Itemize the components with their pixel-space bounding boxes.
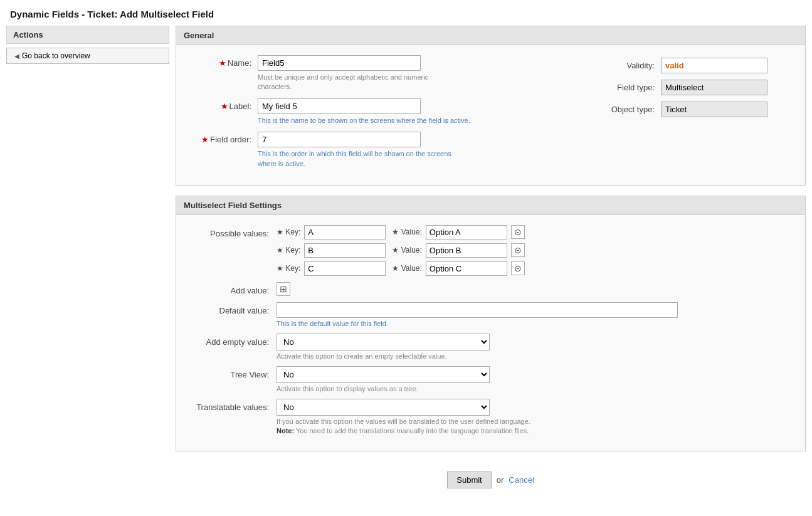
general-section: General ★Name: Must be unique and only a… [176,26,806,186]
main-content: General ★Name: Must be unique and only a… [176,26,812,495]
sidebar-section-title: Actions [6,26,169,44]
multiselect-section: Multiselect Field Settings Possible valu… [176,196,806,451]
validity-row: Validity: [604,58,793,73]
add-value-row: Add value: ⊞ [189,282,793,296]
default-value-hint: This is the default value for this field… [277,320,793,327]
translatable-values-label: Translatable values: [189,399,277,412]
pv-remove-button-c[interactable]: ⊝ [511,261,525,275]
translatable-note-1: If you activate this option the values w… [277,418,793,425]
cancel-link[interactable]: Cancel [509,475,534,485]
name-input[interactable] [258,55,421,71]
field-order-row: ★Field order: This is the order in which… [189,132,604,169]
field-type-label: Field type: [604,83,661,92]
add-empty-value-hint: Activate this option to create an empty … [277,352,793,360]
field-order-hint: This is the order in which this field wi… [258,149,471,169]
submit-button[interactable]: Submit [447,471,491,488]
or-text: or [497,475,504,485]
field-order-input[interactable] [258,132,421,147]
name-label: ★Name: [189,55,258,68]
pv-value-input-a[interactable] [426,225,507,240]
default-value-input[interactable] [277,302,678,318]
label-hint: This is the name to be shown on the scre… [258,116,471,125]
general-section-header: General [176,26,805,45]
translatable-values-row: Translatable values: No Yes If you activ… [189,399,793,434]
multiselect-section-header: Multiselect Field Settings [176,196,805,215]
possible-values-label: Possible values: [189,225,277,238]
back-to-overview-button[interactable]: ◀ Go back to overview [6,48,169,64]
validity-label: Validity: [604,61,661,70]
pv-remove-button-b[interactable]: ⊝ [511,243,525,257]
pv-row-c: ★ Key: ★ Value: ⊝ [277,261,793,276]
pv-value-label-a: ★ Value: [392,228,421,236]
object-type-label: Object type: [604,105,661,114]
possible-values-row: Possible values: ★ Key: ★ Value: ⊝ [189,225,793,276]
footer: Submit or Cancel [176,461,806,495]
pv-remove-button-a[interactable]: ⊝ [511,225,525,239]
label-input[interactable] [258,98,421,114]
default-value-row: Default value: This is the default value… [189,302,793,327]
tree-view-hint: Activate this option to display values a… [277,385,793,392]
pv-row-a: ★ Key: ★ Value: ⊝ [277,225,793,240]
tree-view-row: Tree View: No Yes Activate this option t… [189,366,793,392]
add-value-button[interactable]: ⊞ [277,282,290,296]
object-type-input[interactable] [661,102,767,117]
pv-key-label-c: ★ Key: [277,264,300,273]
field-type-row: Field type: [604,80,793,95]
pv-value-input-c[interactable] [426,261,507,276]
tree-view-select[interactable]: No Yes [277,366,490,383]
add-empty-value-label: Add empty value: [189,334,277,347]
name-hint: Must be unique and only accept alphabeti… [258,73,458,92]
tree-view-label: Tree View: [189,366,277,379]
pv-key-label-a: ★ Key: [277,228,300,236]
label-label: ★Label: [189,98,258,111]
translatable-note-2: Note: You need to add the translations m… [277,427,793,434]
pv-value-label-b: ★ Value: [392,246,421,255]
validity-input[interactable] [661,58,767,73]
pv-key-label-b: ★ Key: [277,246,300,255]
translatable-values-select[interactable]: No Yes [277,399,490,416]
pv-row-b: ★ Key: ★ Value: ⊝ [277,243,793,258]
pv-key-input-c[interactable] [304,261,386,276]
add-empty-value-row: Add empty value: No Yes Activate this op… [189,334,793,360]
field-order-label: ★Field order: [189,132,258,144]
object-type-row: Object type: [604,102,793,117]
pv-value-input-b[interactable] [426,243,507,258]
name-row: ★Name: Must be unique and only accept al… [189,55,604,92]
default-value-label: Default value: [189,302,277,315]
pv-key-input-b[interactable] [304,243,386,258]
field-type-input[interactable] [661,80,767,95]
add-empty-value-select[interactable]: No Yes [277,334,490,350]
arrow-left-icon: ◀ [14,53,19,60]
pv-value-label-c: ★ Value: [392,264,421,273]
possible-values-rows: ★ Key: ★ Value: ⊝ ★ Key: ★ Value: [277,225,793,276]
label-row: ★Label: This is the name to be shown on … [189,98,604,125]
pv-key-input-a[interactable] [304,225,386,240]
sidebar: Actions ◀ Go back to overview [0,26,176,495]
add-value-label: Add value: [189,282,277,295]
page-title: Dynamic Fields - Ticket: Add Multiselect… [0,0,812,26]
